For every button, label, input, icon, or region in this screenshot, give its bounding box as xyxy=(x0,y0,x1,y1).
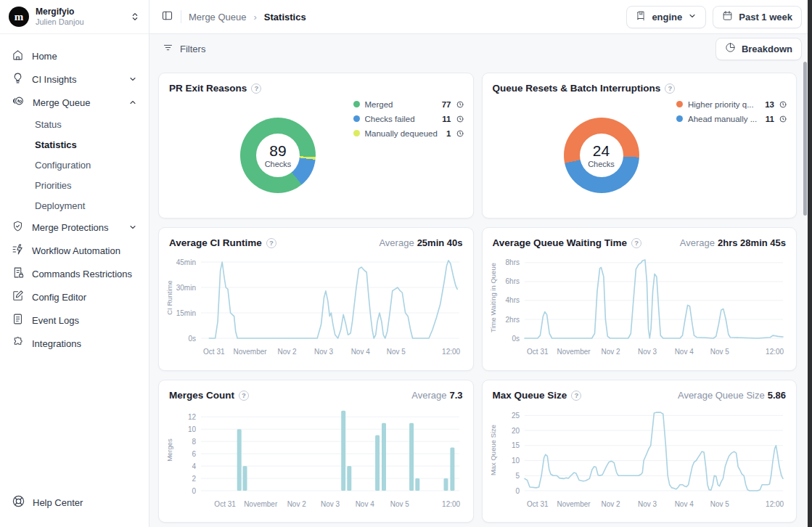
svg-text:5: 5 xyxy=(515,472,520,480)
divider xyxy=(181,10,181,23)
queue-waiting-chart[interactable]: 0s2hrs4hrs6hrs8hrsOct 31NovemberNov 2Nov… xyxy=(487,250,792,361)
sidebar-item-event-logs[interactable]: Event Logs xyxy=(6,309,143,332)
breadcrumb-current: Statistics xyxy=(264,12,306,23)
svg-text:Nov 3: Nov 3 xyxy=(638,348,657,356)
svg-text:November: November xyxy=(234,348,268,356)
svg-text:0s: 0s xyxy=(188,335,196,343)
legend-item-ahead-manually[interactable]: Ahead manually ... 11 xyxy=(676,114,787,123)
sidebar-item-commands-restrictions[interactable]: Commands Restrictions xyxy=(6,262,143,285)
donut-caption: Checks xyxy=(588,160,615,168)
card-queue-resets: Queue Resets & Batch Interruptions ? 24 … xyxy=(482,73,797,218)
svg-text:10: 10 xyxy=(188,425,197,433)
sidebar-item-workflow-automation[interactable]: Workflow Automation xyxy=(6,239,143,262)
svg-text:Oct 31: Oct 31 xyxy=(203,348,225,356)
info-clock-icon[interactable] xyxy=(456,130,464,137)
merge-queue-icon xyxy=(12,94,25,110)
chevron-down-icon xyxy=(128,75,137,83)
merges-count-chart[interactable]: 024681012Oct 31NovemberNov 2Nov 3Nov 4No… xyxy=(163,402,468,514)
svg-text:12:00: 12:00 xyxy=(442,348,460,356)
svg-text:November: November xyxy=(244,500,278,508)
svg-text:Nov 3: Nov 3 xyxy=(321,500,340,508)
svg-text:12:00: 12:00 xyxy=(766,500,784,508)
org-switcher[interactable]: m Mergifyio Julien Danjou xyxy=(0,0,149,34)
date-range-button[interactable]: Past 1 week xyxy=(713,6,802,28)
sidebar-subitem-status[interactable]: Status xyxy=(6,114,143,134)
svg-text:Nov 2: Nov 2 xyxy=(277,348,297,356)
legend-dot xyxy=(353,101,360,107)
info-clock-icon[interactable] xyxy=(779,115,787,123)
legend-dot xyxy=(353,130,360,136)
svg-text:Nov 4: Nov 4 xyxy=(674,348,694,356)
help-icon[interactable]: ? xyxy=(631,238,641,248)
svg-text:12:00: 12:00 xyxy=(442,500,460,508)
svg-text:Time Waiting in Queue: Time Waiting in Queue xyxy=(489,263,497,332)
ci-runtime-chart[interactable]: 0s15min30min45minOct 31NovemberNov 2Nov … xyxy=(163,250,468,361)
donut-caption: Checks xyxy=(265,160,292,168)
repository-select-button[interactable]: engine xyxy=(626,6,706,28)
svg-text:Nov 3: Nov 3 xyxy=(314,348,334,356)
sidebar-item-config-editor[interactable]: Config Editor xyxy=(6,285,143,309)
svg-text:Nov 5: Nov 5 xyxy=(710,500,729,508)
sidebar-subitem-priorities[interactable]: Priorities xyxy=(6,175,143,195)
help-icon[interactable]: ? xyxy=(239,391,249,401)
sidebar-toggle-icon[interactable] xyxy=(161,9,173,25)
sidebar-item-ci-insights[interactable]: CI Insights xyxy=(6,68,143,91)
sidebar-subitem-deployment[interactable]: Deployment xyxy=(6,195,143,216)
help-icon[interactable]: ? xyxy=(266,238,276,248)
svg-text:12: 12 xyxy=(188,413,197,421)
card-merges-count: Merges Count ? Average7.3 024681012Oct 3… xyxy=(158,380,474,523)
lightbulb-icon xyxy=(12,72,24,87)
average-value: Average7.3 xyxy=(411,390,462,401)
legend-item-higher-priority[interactable]: Higher priority q... 13 xyxy=(676,99,787,109)
card-average-ci-runtime: Average CI Runtime ? Average25min 40s 0s… xyxy=(158,227,474,371)
svg-text:Nov 5: Nov 5 xyxy=(390,500,410,508)
help-center-link[interactable]: Help Center xyxy=(0,484,149,527)
filters-button[interactable]: Filters xyxy=(163,42,205,55)
help-icon[interactable]: ? xyxy=(251,83,261,94)
main-area: Merge Queue › Statistics engine Past 1 w… xyxy=(149,0,812,527)
svg-text:2: 2 xyxy=(192,475,196,483)
info-clock-icon[interactable] xyxy=(456,101,464,108)
svg-text:Oct 31: Oct 31 xyxy=(527,500,549,508)
help-icon[interactable]: ? xyxy=(571,391,581,401)
chevron-up-icon xyxy=(128,98,137,107)
breadcrumb-parent[interactable]: Merge Queue xyxy=(189,12,247,23)
legend-dot xyxy=(676,101,683,107)
mergify-logo-avatar: m xyxy=(9,7,29,27)
legend-item-merged[interactable]: Merged 77 xyxy=(353,99,464,109)
sidebar-item-home[interactable]: Home xyxy=(6,44,143,68)
vertical-scrollbar[interactable] xyxy=(803,62,807,216)
svg-text:8: 8 xyxy=(192,438,196,446)
help-icon[interactable]: ? xyxy=(665,83,675,94)
svg-text:Nov 4: Nov 4 xyxy=(356,500,375,508)
info-clock-icon[interactable] xyxy=(456,115,464,123)
repository-icon xyxy=(636,11,646,23)
svg-text:6hrs: 6hrs xyxy=(505,277,519,285)
svg-text:0: 0 xyxy=(515,487,520,495)
info-clock-icon[interactable] xyxy=(779,101,787,108)
app-window: m Mergifyio Julien Danjou Home CI Insigh… xyxy=(0,0,812,527)
org-switch-icon[interactable] xyxy=(130,12,140,22)
max-queue-size-chart[interactable]: 0510152025Oct 31NovemberNov 2Nov 3Nov 4N… xyxy=(487,402,792,514)
sidebar-subitem-statistics[interactable]: Statistics xyxy=(6,134,143,155)
svg-text:6: 6 xyxy=(192,450,196,458)
legend-dot xyxy=(676,115,683,122)
sidebar-item-integrations[interactable]: Integrations xyxy=(6,332,143,355)
sidebar-subitem-configuration[interactable]: Configuration xyxy=(6,155,143,175)
card-title: Max Queue Size xyxy=(493,390,567,401)
breakdown-button[interactable]: Breakdown xyxy=(715,38,802,60)
pie-chart-icon xyxy=(725,42,736,55)
filters-toolbar: Filters Breakdown xyxy=(149,34,812,63)
svg-text:Nov 2: Nov 2 xyxy=(287,500,307,508)
topbar: Merge Queue › Statistics engine Past 1 w… xyxy=(149,0,812,34)
puzzle-icon xyxy=(12,336,24,351)
svg-text:Oct 31: Oct 31 xyxy=(527,348,549,356)
sidebar-item-merge-queue[interactable]: Merge Queue xyxy=(6,91,143,114)
svg-text:4hrs: 4hrs xyxy=(505,296,519,304)
legend-item-manually-dequeued[interactable]: Manually dequeued 1 xyxy=(353,128,464,138)
sidebar-item-merge-protections[interactable]: Merge Protections xyxy=(6,216,143,239)
pr-exit-donut-chart[interactable]: 89 Checks xyxy=(240,118,316,193)
user-name: Julien Danjou xyxy=(36,17,123,27)
queue-resets-donut-chart[interactable]: 24 Checks xyxy=(564,118,639,193)
legend-item-checks-failed[interactable]: Checks failed 11 xyxy=(353,114,464,123)
